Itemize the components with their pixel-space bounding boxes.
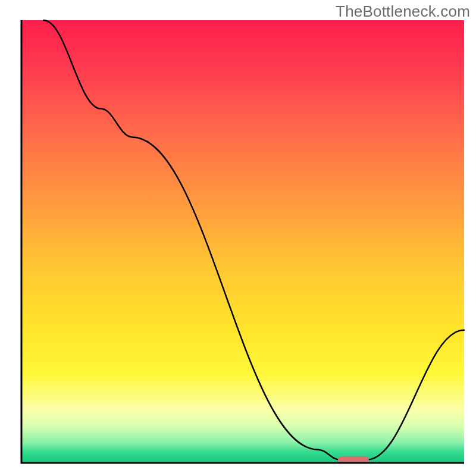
chart-canvas: TheBottleneck.com — [0, 0, 476, 476]
plot-background — [21, 20, 464, 463]
bottleneck-chart — [0, 0, 476, 476]
watermark-text: TheBottleneck.com — [336, 2, 470, 21]
